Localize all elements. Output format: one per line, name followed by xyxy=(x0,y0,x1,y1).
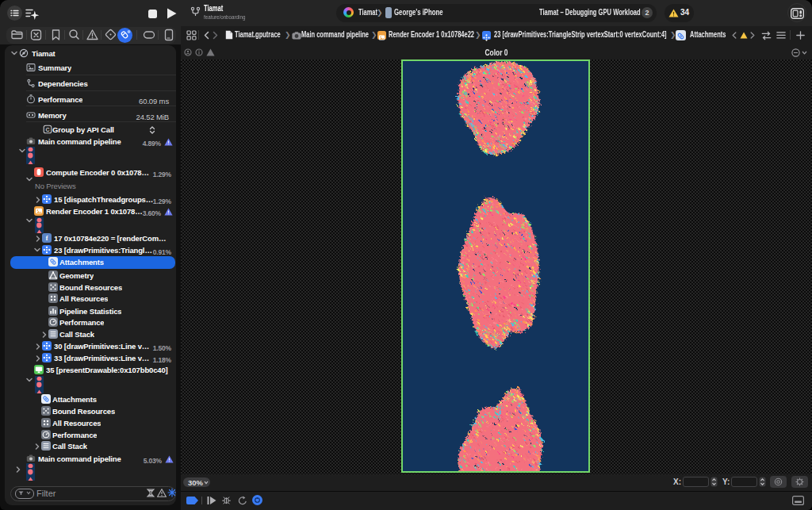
svg-text:C: C xyxy=(46,127,50,132)
svg-text:f: f xyxy=(46,235,48,242)
